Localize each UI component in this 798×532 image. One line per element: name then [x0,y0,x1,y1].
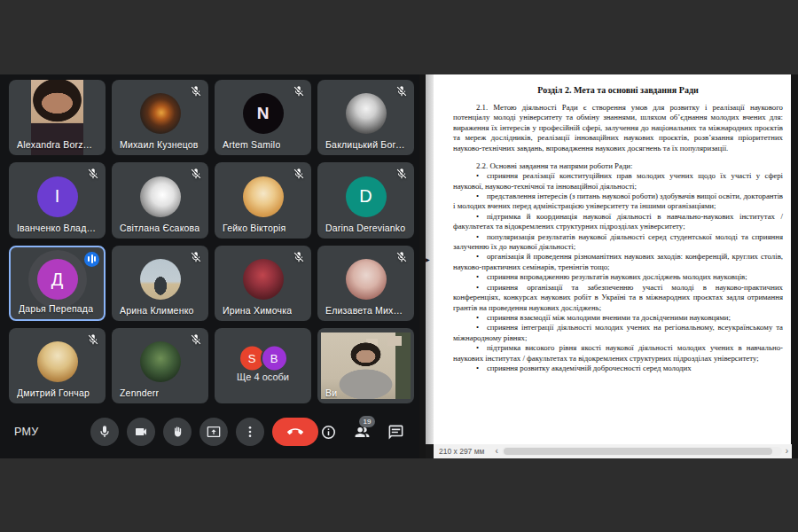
avatar [346,259,387,300]
scroll-left-arrow[interactable]: ‹ [491,445,501,458]
participant-tile[interactable]: N Artem Samilo [215,80,311,155]
avatar [37,341,78,382]
avatar: N [243,93,284,134]
avatar [140,341,181,382]
avatar-initial: D [346,176,387,217]
camera-icon [134,425,148,439]
participant-name: Дарья Перепада [19,303,93,314]
horizontal-scrollbar[interactable] [502,447,782,456]
participant-tile[interactable]: Елизавета Михайл... [317,246,414,321]
participant-name: Zennderr [120,387,159,398]
chat-icon [387,424,404,441]
avatar [140,93,181,134]
document-viewer: ▶ Розділ 2. Мета та основні завдання Рад… [419,74,798,458]
raise-hand-button[interactable] [163,418,192,446]
scrollbar-thumb[interactable] [504,448,772,455]
mic-muted-icon [190,168,202,180]
avatar-initial: І [37,176,78,217]
avatar [140,259,181,300]
microphone-button[interactable] [90,418,119,446]
document-statusbar: 210 x 297 мм ‹ › [434,444,792,458]
call-end-icon [287,424,303,440]
participant-tile[interactable]: Світлана Єсакова [112,162,208,238]
bullet-item: підтримка високого рівня якості наукової… [453,343,783,364]
paragraph: 2.2. Основні завдання та напрями роботи … [453,161,783,171]
participant-name: Alexandra Borzova [17,139,98,150]
mic-icon [98,425,112,439]
overflow-avatar: B [262,346,286,370]
participant-tile[interactable]: D Darina Derevianko [317,162,414,238]
participant-name: Ирина Химочка [223,305,292,316]
meet-control-bar: РМУ 19 [0,409,419,458]
end-call-button[interactable] [272,418,318,446]
meet-window: Alexandra Borzova Михаил Кузнецов N Arte… [0,74,419,458]
participant-tile[interactable]: Дмитрий Гончар [9,328,106,403]
avatar-initial: Д [37,259,78,300]
overflow-participants-tile[interactable]: S B Ще 4 особи [215,328,311,403]
avatar [140,176,181,217]
mic-muted-icon [190,85,202,98]
mic-muted-icon [293,251,305,263]
participant-name: Баклицький Богдан [325,139,406,150]
participant-tile-alexandra[interactable]: Alexandra Borzova [9,80,106,155]
bullet-item: сприяння інтеграції діяльності молодих у… [453,323,783,343]
content-area: Alexandra Borzova Михаил Кузнецов N Arte… [0,74,798,458]
overflow-count-label: Ще 4 особи [215,372,311,382]
scroll-right-arrow[interactable]: › [782,445,792,458]
participant-name: Darina Derevianko [325,223,405,233]
top-letterbox [0,0,798,74]
viewer-right-edge [791,74,798,458]
participant-tile[interactable]: Гейко Вікторія [215,162,311,238]
bullet-item: представлення інтересів (з питань науков… [453,192,783,212]
participant-name: Artem Samilo [223,139,280,150]
participant-name: Арина Клименко [120,305,194,316]
mic-muted-icon [190,333,202,346]
bullet-item: організація й проведення різноманітних н… [453,252,783,272]
participant-grid: Alexandra Borzova Михаил Кузнецов N Arte… [0,74,419,409]
bottom-letterbox [0,458,798,532]
camera-button[interactable] [127,418,155,446]
bullet-item: сприяння взаємодії між молодими вченими … [453,313,783,323]
avatar [243,259,284,300]
present-icon [207,425,221,439]
participant-name: Елизавета Михайл... [325,305,406,316]
mic-muted-icon [395,168,408,180]
bullet-item: сприяння реалізації конституційних прав … [453,171,783,192]
more-options-button[interactable] [236,418,264,446]
present-screen-button[interactable] [200,418,228,446]
hand-icon [170,425,184,439]
bullet-item: сприяння організації та забезпеченню уча… [453,283,783,313]
info-icon [320,424,337,441]
margin-marker-icon: ▶ [426,257,430,262]
meeting-code-label: РМУ [14,426,90,438]
bullet-item: сприяння впровадженню результатів науков… [453,272,783,282]
viewer-left-edge [419,74,426,458]
participant-tile[interactable]: Михаил Кузнецов [112,80,208,155]
participant-name: Гейко Вікторія [223,223,286,233]
mic-muted-icon [395,251,408,263]
mic-muted-icon [87,168,99,180]
participant-tile[interactable]: Баклицький Богдан [317,80,414,155]
participant-name: Михаил Кузнецов [120,139,199,150]
document-page: Розділ 2. Мета та основні завдання Ради … [434,74,791,444]
self-view-tile[interactable]: Ви [317,328,414,403]
participant-tile-speaking[interactable]: Д Дарья Перепада [9,246,106,321]
bullet-item: сприяння розвитку академічній доброчесно… [453,364,783,373]
meeting-details-button[interactable] [318,422,338,442]
participant-name: Іванченко Владисл... [17,223,98,233]
participant-name: Дмитрий Гончар [17,387,90,398]
participant-tile[interactable]: І Іванченко Владисл... [9,162,106,238]
avatar [346,93,387,134]
mic-muted-icon [395,85,408,98]
participant-tile[interactable]: Арина Клименко [112,246,208,321]
screen: Alexandra Borzova Михаил Кузнецов N Arte… [0,0,798,532]
mic-muted-icon [87,333,99,346]
bullet-item: популяризація результатів наукової діяль… [453,232,783,253]
participants-button[interactable]: 19 [352,422,372,442]
participant-tile[interactable]: Zennderr [112,328,208,403]
document-heading: Розділ 2. Мета та основні завдання Ради [453,85,783,95]
more-vert-icon [243,425,257,439]
chat-button[interactable] [386,422,405,442]
participant-tile[interactable]: Ирина Химочка [215,246,311,321]
mic-muted-icon [190,251,202,263]
